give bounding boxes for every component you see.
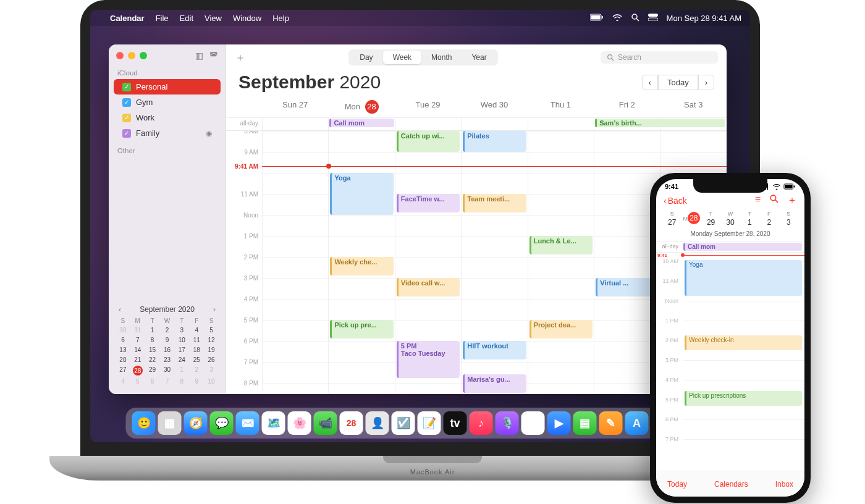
mini-day[interactable]: 10: [175, 336, 188, 344]
sidebar-item-personal[interactable]: ✓Personal: [114, 79, 221, 94]
calendar-event[interactable]: Lunch & Le...: [530, 236, 593, 254]
ios-tab-today[interactable]: Today: [667, 480, 687, 489]
mini-day[interactable]: 17: [175, 346, 188, 354]
calendar-event[interactable]: Catch up wi...: [397, 131, 460, 152]
dock-news[interactable]: N: [521, 411, 545, 435]
day-column[interactable]: Lunch & Le...Project dea...: [528, 131, 594, 394]
dock-tv[interactable]: tv: [444, 411, 467, 435]
mini-day[interactable]: 4: [190, 326, 203, 334]
mini-day[interactable]: 18: [190, 346, 203, 354]
next-week-button[interactable]: ›: [698, 75, 714, 90]
mini-day[interactable]: 31: [131, 326, 145, 334]
day-column[interactable]: [262, 131, 328, 394]
mini-day[interactable]: 27: [116, 366, 130, 376]
dock-photos[interactable]: 🌸: [288, 411, 311, 435]
mini-day[interactable]: 1: [175, 366, 188, 376]
dock-launchpad[interactable]: ▦: [158, 411, 182, 435]
ios-week-day[interactable]: S3: [779, 209, 798, 228]
dock-music[interactable]: ♪: [470, 411, 493, 435]
mini-day[interactable]: 30: [116, 326, 130, 334]
mini-next-button[interactable]: ›: [211, 305, 218, 314]
mini-day[interactable]: 19: [205, 346, 218, 354]
close-button[interactable]: [116, 52, 124, 59]
dock-pages[interactable]: ✎: [599, 411, 623, 435]
mini-day[interactable]: 16: [161, 346, 174, 354]
mini-day[interactable]: 9: [190, 377, 203, 385]
sidebar-item-work[interactable]: ✓Work: [114, 110, 221, 125]
dock-facetime[interactable]: 📹: [314, 411, 337, 435]
dock-finder[interactable]: 🙂: [132, 411, 156, 435]
calendar-event[interactable]: Marisa's gu...: [463, 374, 526, 393]
mini-day[interactable]: 15: [146, 346, 159, 354]
ios-event[interactable]: Weekly check-in: [685, 335, 802, 350]
mini-day[interactable]: 5: [131, 377, 145, 385]
allday-event[interactable]: Sam's birth...: [595, 119, 725, 127]
mini-day[interactable]: 3: [205, 366, 218, 376]
wifi-icon[interactable]: [612, 14, 622, 23]
day-header[interactable]: Fri 2: [594, 96, 660, 117]
mini-day[interactable]: 6: [146, 377, 159, 385]
mini-day[interactable]: 24: [175, 356, 188, 364]
mini-day[interactable]: 29: [146, 366, 159, 376]
mini-day[interactable]: 28: [133, 366, 143, 376]
mini-day[interactable]: 5: [205, 326, 218, 334]
calendar-event[interactable]: Pick up pre...: [330, 320, 393, 338]
dock-podcasts[interactable]: 🎙️: [496, 411, 519, 435]
mini-prev-button[interactable]: ‹: [116, 305, 124, 314]
mini-day[interactable]: 21: [131, 356, 145, 364]
add-event-button[interactable]: ＋: [235, 50, 246, 65]
menu-help[interactable]: Help: [272, 14, 289, 23]
mini-day[interactable]: 1: [146, 326, 159, 334]
dock-appstore[interactable]: A: [625, 411, 649, 435]
spotlight-icon[interactable]: [631, 13, 639, 23]
view-month[interactable]: Month: [421, 51, 462, 64]
search-input[interactable]: Search: [601, 51, 718, 64]
day-column[interactable]: Catch up wi...FaceTime w...Video call w.…: [395, 131, 461, 394]
calendar-event[interactable]: Pilates: [463, 131, 526, 152]
mini-day[interactable]: 7: [161, 377, 174, 385]
mini-day[interactable]: 13: [116, 346, 130, 354]
sidebar-item-gym[interactable]: ✓Gym: [114, 94, 221, 110]
calendar-event[interactable]: HIIT workout: [463, 341, 526, 359]
mini-day[interactable]: 30: [161, 366, 174, 376]
mini-day[interactable]: 23: [161, 356, 174, 364]
dock-maps[interactable]: 🗺️: [262, 411, 285, 435]
ios-search-icon[interactable]: [769, 194, 778, 207]
mini-day[interactable]: 25: [190, 356, 203, 364]
ios-week-day[interactable]: F2: [759, 209, 778, 228]
ios-event[interactable]: Pick up prescriptions: [685, 391, 802, 406]
mini-day[interactable]: 2: [161, 326, 174, 334]
mini-day[interactable]: 3: [175, 326, 188, 334]
minimize-button[interactable]: [128, 52, 135, 59]
dock-calendar[interactable]: 28: [340, 411, 363, 435]
ios-back-button[interactable]: ‹ Back: [664, 196, 687, 206]
dock-reminders[interactable]: ☑️: [392, 411, 415, 435]
calendar-event[interactable]: Yoga: [330, 173, 393, 215]
day-header[interactable]: Sun 27: [262, 96, 328, 117]
ios-week-day[interactable]: S27: [662, 209, 681, 228]
calendar-event[interactable]: Weekly che...: [330, 257, 393, 275]
day-header[interactable]: Sat 3: [660, 96, 727, 117]
sidebar-item-family[interactable]: ✓Family◉: [114, 125, 221, 141]
mini-day[interactable]: 14: [131, 346, 145, 354]
today-button[interactable]: Today: [658, 75, 698, 90]
calendar-event[interactable]: Video call w...: [397, 278, 460, 296]
dock-keynote[interactable]: ▶: [547, 411, 571, 435]
control-center-icon[interactable]: [648, 14, 658, 23]
inbox-icon[interactable]: ◚: [209, 51, 218, 61]
sidebar-toggle-icon[interactable]: ▥: [195, 51, 203, 61]
menu-view[interactable]: View: [205, 14, 222, 23]
ios-week-day[interactable]: T1: [740, 209, 759, 228]
battery-icon[interactable]: [590, 14, 604, 23]
mini-day[interactable]: 10: [205, 377, 218, 385]
day-column[interactable]: PilatesTeam meeti...HIIT workoutMarisa's…: [461, 131, 527, 394]
dock-safari[interactable]: 🧭: [184, 411, 208, 435]
ios-add-icon[interactable]: ＋: [787, 194, 797, 207]
mini-day[interactable]: 7: [131, 336, 145, 344]
ios-tab-calendars[interactable]: Calendars: [714, 480, 748, 489]
ios-tab-inbox[interactable]: Inbox: [775, 480, 793, 489]
day-header[interactable]: Tue 29: [395, 96, 461, 117]
day-header[interactable]: Wed 30: [461, 96, 527, 117]
mini-day[interactable]: 9: [161, 336, 174, 344]
dock-notes[interactable]: 📝: [418, 411, 441, 435]
